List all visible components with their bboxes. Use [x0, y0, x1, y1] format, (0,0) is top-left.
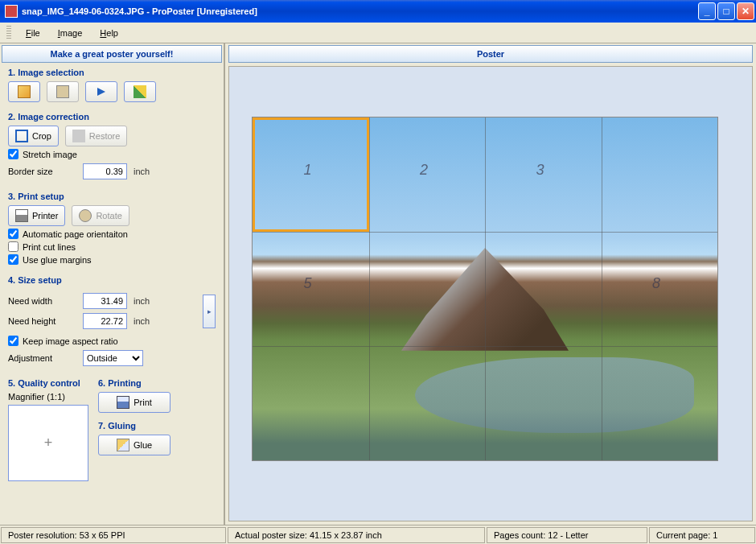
- adjustment-select[interactable]: Outside: [83, 350, 143, 366]
- page-number: 1: [304, 162, 312, 179]
- maximize-button[interactable]: □: [717, 2, 735, 20]
- window-title: snap_IMG_1449-06-0324.JPG - ProPoster [U…: [22, 6, 698, 16]
- print-icon: [117, 396, 129, 409]
- cut-lines-checkbox[interactable]: [8, 241, 18, 252]
- arrow-right-icon: [97, 88, 105, 96]
- auto-orient-label: Automatic page orientaiton: [23, 229, 128, 239]
- restore-button[interactable]: Restore: [65, 126, 128, 146]
- section-print-setup-title: 3. Print setup: [8, 192, 216, 201]
- crop-button[interactable]: Crop: [8, 126, 59, 146]
- need-height-input[interactable]: [83, 313, 127, 329]
- menu-file[interactable]: File: [18, 25, 48, 41]
- need-width-input[interactable]: [83, 293, 127, 309]
- menu-bar: File Image Help: [0, 23, 756, 43]
- auto-orient-checkbox[interactable]: [8, 229, 18, 239]
- poster-preview-area[interactable]: 1 2 3 5 8: [228, 66, 753, 521]
- need-height-label: Need height: [8, 316, 76, 326]
- rotate-button[interactable]: Rotate: [72, 205, 129, 226]
- cut-lines-label: Print cut lines: [23, 242, 76, 252]
- keep-aspect-label: Keep image aspect ratio: [23, 336, 118, 346]
- open-image-button[interactable]: [8, 81, 40, 102]
- need-height-unit: inch: [134, 316, 150, 326]
- need-width-label: Need width: [8, 296, 76, 306]
- status-current-page: Current page: 1: [649, 527, 755, 543]
- open-icon: [18, 85, 31, 98]
- page-number: 3: [536, 162, 544, 179]
- printer-icon: [15, 209, 28, 222]
- need-width-unit: inch: [134, 296, 150, 306]
- minimize-button[interactable]: _: [698, 2, 716, 20]
- page-number: 8: [652, 275, 660, 292]
- wizard-icon: [134, 85, 146, 98]
- printer-button[interactable]: Printer: [8, 205, 65, 226]
- magnifier-label: Magnifier (1:1): [8, 392, 88, 402]
- glue-icon: [117, 439, 129, 451]
- glue-margins-checkbox[interactable]: [8, 254, 18, 265]
- border-size-input[interactable]: [83, 163, 127, 179]
- magnifier-preview[interactable]: +: [8, 405, 88, 481]
- restore-icon: [72, 130, 85, 142]
- rotate-icon: [79, 209, 92, 222]
- menu-help[interactable]: Help: [92, 25, 126, 41]
- stretch-image-label: Stretch image: [23, 150, 77, 159]
- poster-canvas[interactable]: 1 2 3 5 8: [252, 117, 718, 461]
- stretch-image-checkbox[interactable]: [8, 149, 18, 159]
- window-titlebar: snap_IMG_1449-06-0324.JPG - ProPoster [U…: [0, 0, 756, 23]
- print-button[interactable]: Print: [98, 392, 171, 413]
- next-button[interactable]: [85, 81, 117, 102]
- status-pages-count: Pages count: 12 - Letter: [487, 527, 647, 543]
- status-bar: Poster resolution: 53 x 65 PPI Actual po…: [0, 525, 756, 544]
- paste-icon: [56, 85, 69, 98]
- sidebar-header: Make a great poster yourself!: [2, 45, 222, 63]
- page-number: 5: [304, 275, 312, 292]
- status-resolution: Poster resolution: 53 x 65 PPI: [1, 527, 226, 543]
- section-quality-title: 5. Quality control: [8, 378, 88, 388]
- wizard-button[interactable]: [124, 81, 156, 102]
- crop-icon: [15, 130, 28, 142]
- paste-image-button[interactable]: [47, 81, 79, 102]
- section-image-correction-title: 2. Image correction: [8, 112, 216, 122]
- section-printing-title: 6. Printing: [98, 378, 171, 388]
- glue-margins-label: Use glue margins: [23, 255, 92, 265]
- keep-aspect-checkbox[interactable]: [8, 336, 18, 346]
- sidebar: Make a great poster yourself! 1. Image s…: [0, 43, 225, 525]
- size-spinner[interactable]: [203, 295, 216, 328]
- section-size-setup-title: 4. Size setup: [8, 275, 216, 285]
- section-image-selection-title: 1. Image selection: [8, 68, 216, 77]
- border-size-label: Border size: [8, 167, 76, 176]
- adjustment-label: Adjustment: [8, 353, 76, 363]
- border-size-unit: inch: [134, 167, 150, 176]
- section-gluing-title: 7. Gluing: [98, 421, 171, 431]
- main-panel: Poster 1 2 3 5 8: [225, 43, 756, 525]
- page-number: 2: [420, 162, 428, 179]
- app-icon: [5, 5, 18, 18]
- close-button[interactable]: ✕: [737, 2, 754, 20]
- poster-header: Poster: [228, 45, 753, 63]
- menu-grip: [6, 26, 11, 40]
- glue-button[interactable]: Glue: [98, 435, 171, 455]
- status-actual-size: Actual poster size: 41.15 x 23.87 inch: [228, 527, 485, 543]
- menu-image[interactable]: Image: [50, 25, 91, 41]
